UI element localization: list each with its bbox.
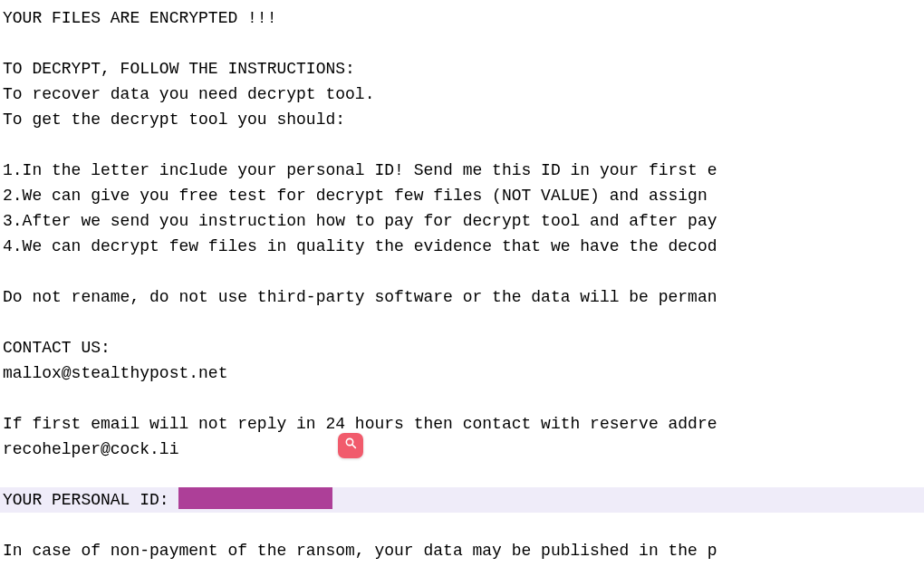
step-3: 3.After we send you instruction how to p… xyxy=(3,208,921,234)
step-4: 4.We can decrypt few files in quality th… xyxy=(3,234,921,259)
contact-email: mallox@stealthypost.net xyxy=(3,360,921,386)
step-2: 2.We can give you free test for decrypt … xyxy=(3,183,921,208)
intro-line-2: To get the decrypt tool you should: xyxy=(3,107,921,132)
svg-line-1 xyxy=(352,445,355,447)
blank-line xyxy=(3,31,921,56)
blank-line xyxy=(3,386,921,411)
step-1: 1.In the letter include your personal ID… xyxy=(3,158,921,183)
search-icon xyxy=(343,433,358,458)
intro-line-1: To recover data you need decrypt tool. xyxy=(3,82,921,107)
contact-us-label: CONTACT US: xyxy=(3,335,921,360)
personal-id-label: YOUR PERSONAL ID: xyxy=(3,491,178,509)
ransom-note: YOUR FILES ARE ENCRYPTED !!! TO DECRYPT,… xyxy=(0,0,924,567)
search-overlay-button[interactable] xyxy=(338,433,363,458)
blank-line xyxy=(3,310,921,335)
instructions-heading: TO DECRYPT, FOLLOW THE INSTRUCTIONS: xyxy=(3,56,921,82)
alt-contact-line: If first email will not reply in 24 hour… xyxy=(3,411,921,437)
blank-line xyxy=(3,259,921,284)
leaks-line: Our page in telegram with data leaks: ht… xyxy=(3,563,921,567)
alt-email: recohelper@cock.li xyxy=(3,437,921,462)
blank-line xyxy=(3,132,921,158)
note-title: YOUR FILES ARE ENCRYPTED !!! xyxy=(3,5,921,31)
personal-id-redacted xyxy=(178,487,332,509)
blank-line xyxy=(3,513,921,538)
personal-id-row: YOUR PERSONAL ID: xyxy=(0,487,924,513)
blank-line xyxy=(3,462,921,487)
warning-line: Do not rename, do not use third-party so… xyxy=(3,284,921,310)
nonpayment-line: In case of non-payment of the ransom, yo… xyxy=(3,538,921,563)
